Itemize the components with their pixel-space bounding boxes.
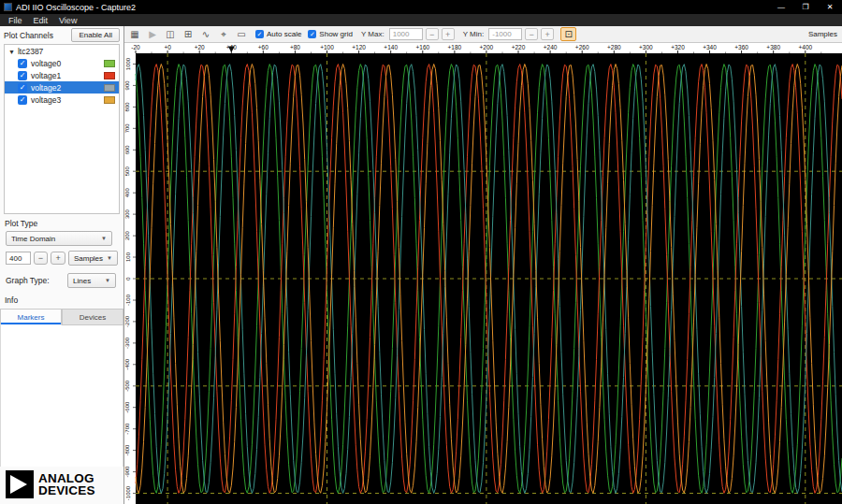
channel-checkbox[interactable]: ✓ xyxy=(18,83,27,93)
svg-text:600: 600 xyxy=(125,145,131,155)
close-button[interactable]: ✕ xyxy=(818,0,842,14)
sine-wave-icon[interactable]: ∿ xyxy=(198,27,213,41)
y-min-decrement-button[interactable]: − xyxy=(525,28,538,40)
info-label: Info xyxy=(0,291,123,307)
zoom-region-icon[interactable]: ▭ xyxy=(234,27,249,41)
y-max-input[interactable]: 1000 xyxy=(389,28,423,40)
svg-text:-1000: -1000 xyxy=(125,485,131,500)
y-max-decrement-button[interactable]: − xyxy=(426,28,439,40)
menubar: FileEditView xyxy=(0,14,842,26)
channel-row-voltage3[interactable]: ✓voltage3 xyxy=(5,94,119,106)
channel-checkbox[interactable]: ✓ xyxy=(18,95,27,105)
svg-text:+20: +20 xyxy=(195,44,205,50)
tab-devices[interactable]: Devices xyxy=(62,310,123,325)
plot-channels-header: Plot Channels Enable All xyxy=(0,26,123,44)
new-window-button[interactable]: ⊡ xyxy=(560,27,576,41)
plot-toolbar: ▦▶◫⊞∿⌖▭ ✓ Auto scale ✓ Show grid Y Max: … xyxy=(124,26,842,43)
new-plot-icon[interactable]: ◫ xyxy=(163,27,178,41)
window-title: ADI IIO Oscilloscope - Capture2 xyxy=(16,3,136,12)
svg-text:0: 0 xyxy=(125,277,131,281)
sample-count-input[interactable]: 400 xyxy=(6,252,31,265)
graph-type-row: Graph Type: Lines ▼ xyxy=(0,268,123,291)
app-icon xyxy=(4,3,12,11)
auto-scale-label: Auto scale xyxy=(267,30,301,38)
svg-text:+100: +100 xyxy=(320,44,334,50)
svg-text:+380: +380 xyxy=(766,44,780,50)
svg-text:-200: -200 xyxy=(125,315,131,327)
auto-scale-checkbox[interactable]: ✓ Auto scale xyxy=(255,30,301,38)
svg-text:300: 300 xyxy=(125,209,131,219)
channel-tree: ▼ ltc2387 ✓voltage0✓voltage1✓voltage2✓vo… xyxy=(4,44,120,214)
adi-logo-text: ANALOG DEVICES xyxy=(38,472,95,497)
channel-row-voltage1[interactable]: ✓voltage1 xyxy=(5,69,119,81)
maximize-button[interactable]: ❐ xyxy=(793,0,818,14)
play-icon[interactable]: ▶ xyxy=(145,27,160,41)
graph-type-value: Lines xyxy=(73,277,91,285)
svg-text:+140: +140 xyxy=(384,44,398,50)
titlebar: ADI IIO Oscilloscope - Capture2 — ❐ ✕ xyxy=(0,0,842,14)
y-max-increment-button[interactable]: + xyxy=(442,28,455,40)
svg-text:-100: -100 xyxy=(125,294,131,306)
increment-button[interactable]: + xyxy=(51,252,65,265)
decrement-button[interactable]: − xyxy=(34,252,49,265)
save-plot-icon[interactable]: ⊞ xyxy=(181,27,196,41)
svg-text:+280: +280 xyxy=(607,44,621,50)
tab-markers[interactable]: Markers xyxy=(0,310,62,325)
plot-canvas[interactable]: -20+0+20+40+60+80+100+120+140+160+180+20… xyxy=(124,43,842,504)
channel-label: voltage0 xyxy=(31,59,61,68)
channel-label: voltage1 xyxy=(31,71,61,80)
sample-unit-dropdown[interactable]: Samples ▼ xyxy=(68,251,118,266)
adi-logo-line2: DEVICES xyxy=(38,484,95,497)
info-tabs: MarkersDevices xyxy=(0,309,123,325)
menu-item-file[interactable]: File xyxy=(3,16,28,25)
svg-text:+80: +80 xyxy=(290,44,300,50)
svg-text:+320: +320 xyxy=(671,44,685,50)
y-min-label: Y Min: xyxy=(463,30,485,38)
device-name: ltc2387 xyxy=(18,47,43,56)
channel-row-voltage0[interactable]: ✓voltage0 xyxy=(5,57,119,69)
channel-checkbox[interactable]: ✓ xyxy=(18,59,27,68)
oscilloscope-plot[interactable]: -20+0+20+40+60+80+100+120+140+160+180+20… xyxy=(124,43,842,504)
channel-color-swatch[interactable] xyxy=(104,60,115,67)
show-grid-checkbox[interactable]: ✓ Show grid xyxy=(308,30,353,38)
svg-text:+240: +240 xyxy=(544,44,558,50)
menu-item-edit[interactable]: Edit xyxy=(28,16,54,25)
sidebar: Plot Channels Enable All ▼ ltc2387 ✓volt… xyxy=(0,26,124,504)
svg-text:+360: +360 xyxy=(734,44,748,50)
channel-label: voltage2 xyxy=(31,83,61,93)
window-controls: — ❐ ✕ xyxy=(769,0,842,14)
plot-type-dropdown[interactable]: Time Domain ▼ xyxy=(6,231,112,246)
channel-checkbox[interactable]: ✓ xyxy=(18,71,27,80)
svg-text:-600: -600 xyxy=(125,401,131,413)
adi-logo-mark xyxy=(6,470,34,498)
plot-channels-icon[interactable]: ▦ xyxy=(127,27,142,41)
y-min-input[interactable]: -1000 xyxy=(488,28,522,40)
enable-all-button[interactable]: Enable All xyxy=(71,28,120,42)
device-row[interactable]: ▼ ltc2387 xyxy=(5,45,119,57)
svg-text:+120: +120 xyxy=(352,44,366,50)
svg-text:-500: -500 xyxy=(125,380,131,392)
plot-type-value: Time Domain xyxy=(11,235,55,243)
main-content: Plot Channels Enable All ▼ ltc2387 ✓volt… xyxy=(0,26,842,504)
chevron-down-icon: ▼ xyxy=(107,255,112,261)
channel-color-swatch[interactable] xyxy=(104,72,115,79)
menu-item-view[interactable]: View xyxy=(53,16,82,25)
minimize-button[interactable]: — xyxy=(769,0,793,14)
svg-text:500: 500 xyxy=(125,166,131,177)
checkbox-checked-icon: ✓ xyxy=(308,30,316,38)
y-min-increment-button[interactable]: + xyxy=(541,28,554,40)
plot-channels-label: Plot Channels xyxy=(4,31,53,40)
adi-logo: ANALOG DEVICES xyxy=(0,467,123,504)
svg-text:-20: -20 xyxy=(131,44,140,50)
svg-text:-700: -700 xyxy=(125,423,131,435)
channel-color-swatch[interactable] xyxy=(104,84,115,92)
x-axis-unit-label: Samples xyxy=(808,30,837,38)
svg-text:100: 100 xyxy=(125,252,131,262)
channel-row-voltage2[interactable]: ✓voltage2 xyxy=(5,81,119,94)
graph-type-label: Graph Type: xyxy=(6,276,50,285)
channel-color-swatch[interactable] xyxy=(104,96,115,104)
graph-type-dropdown[interactable]: Lines ▼ xyxy=(67,273,116,288)
tree-expander-icon[interactable]: ▼ xyxy=(8,49,15,55)
info-panel xyxy=(0,325,123,467)
marker-crosshair-icon[interactable]: ⌖ xyxy=(216,27,231,41)
